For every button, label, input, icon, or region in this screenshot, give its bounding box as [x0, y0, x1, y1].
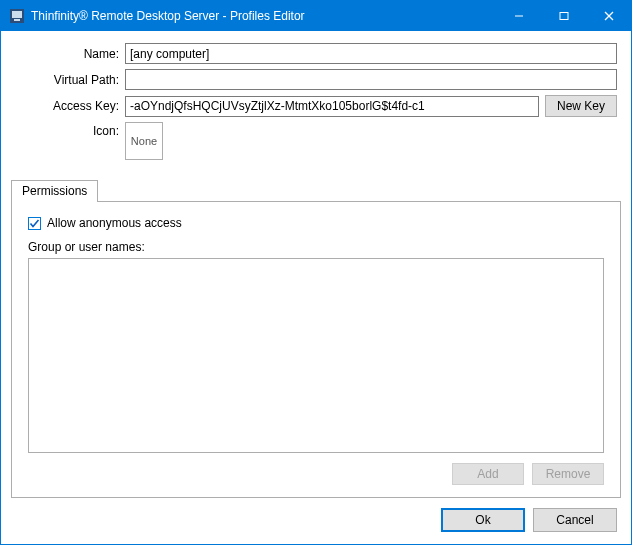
virtual-path-input[interactable] [125, 69, 617, 90]
app-icon [9, 8, 25, 24]
dialog-footer: Ok Cancel [11, 498, 621, 534]
svg-rect-2 [14, 19, 20, 21]
group-user-listbox[interactable] [28, 258, 604, 453]
add-button[interactable]: Add [452, 463, 524, 485]
group-user-label: Group or user names: [28, 240, 604, 254]
new-key-button[interactable]: New Key [545, 95, 617, 117]
access-key-label: Access Key: [15, 99, 125, 113]
access-key-input[interactable] [125, 96, 539, 117]
cancel-button[interactable]: Cancel [533, 508, 617, 532]
name-input[interactable] [125, 43, 617, 64]
window: Thinfinity® Remote Desktop Server - Prof… [0, 0, 632, 545]
ok-button[interactable]: Ok [441, 508, 525, 532]
svg-rect-1 [12, 11, 22, 18]
close-button[interactable] [586, 1, 631, 31]
tab-permissions[interactable]: Permissions [11, 180, 98, 202]
icon-picker[interactable]: None [125, 122, 163, 160]
icon-value: None [131, 135, 157, 147]
anonymous-access-label: Allow anonymous access [47, 216, 182, 230]
maximize-button[interactable] [541, 1, 586, 31]
tabs: Permissions Allow anonymous access Group… [11, 179, 621, 498]
svg-rect-4 [560, 13, 568, 20]
titlebar[interactable]: Thinfinity® Remote Desktop Server - Prof… [1, 1, 631, 31]
icon-label: Icon: [15, 122, 125, 138]
profile-form: Name: Virtual Path: Access Key: New Key [11, 39, 621, 173]
window-title: Thinfinity® Remote Desktop Server - Prof… [31, 9, 496, 23]
window-controls [496, 1, 631, 31]
permissions-panel: Allow anonymous access Group or user nam… [11, 201, 621, 498]
anonymous-access-checkbox[interactable] [28, 217, 41, 230]
minimize-button[interactable] [496, 1, 541, 31]
tabstrip: Permissions [11, 179, 621, 201]
client-area: Name: Virtual Path: Access Key: New Key [1, 31, 631, 544]
virtual-path-label: Virtual Path: [15, 73, 125, 87]
name-label: Name: [15, 47, 125, 61]
remove-button[interactable]: Remove [532, 463, 604, 485]
